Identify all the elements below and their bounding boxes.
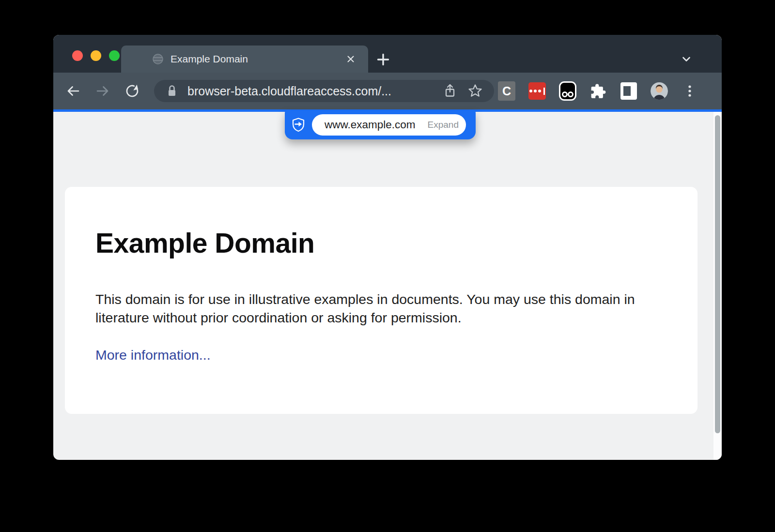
back-arrow-icon	[65, 83, 81, 99]
star-icon	[467, 83, 483, 99]
scrollbar-thumb[interactable]	[715, 115, 720, 433]
reload-icon	[124, 83, 140, 99]
minimize-window-button[interactable]	[91, 50, 101, 61]
lock-icon	[165, 83, 179, 99]
close-window-button[interactable]	[72, 50, 83, 61]
close-icon	[346, 54, 356, 64]
traffic-lights	[72, 50, 120, 61]
browser-toolbar: browser-beta.cloudflareaccess.com/... C	[53, 73, 722, 109]
share-icon	[442, 83, 458, 99]
forward-button[interactable]	[94, 83, 111, 99]
browser-menu-button[interactable]	[681, 81, 698, 101]
page-title: Example Domain	[95, 229, 667, 257]
forward-arrow-icon	[94, 83, 111, 99]
shield-arrow-icon	[285, 117, 312, 133]
lastpass-extension-button[interactable]	[528, 81, 546, 101]
tab-example-domain[interactable]: Example Domain	[121, 46, 368, 73]
two-circles-icon	[559, 81, 576, 101]
expand-link[interactable]: Expand	[428, 120, 459, 130]
omnibox-actions	[442, 83, 494, 99]
fullscreen-window-button[interactable]	[109, 50, 120, 61]
share-button[interactable]	[442, 83, 458, 99]
extensions-row: C	[498, 73, 698, 109]
reload-button[interactable]	[124, 83, 140, 99]
chevron-down-icon	[679, 52, 694, 66]
side-panel-icon	[620, 82, 637, 100]
page-paragraph: This domain is for use in illustrative e…	[95, 290, 660, 327]
tab-title: Example Domain	[170, 53, 346, 65]
back-button[interactable]	[65, 83, 81, 99]
plus-icon	[376, 52, 390, 67]
isolated-hostname: www.example.com	[325, 119, 416, 131]
address-bar[interactable]: browser-beta.cloudflareaccess.com/...	[154, 80, 494, 102]
bookmark-star-button[interactable]	[467, 83, 483, 99]
side-panel-button[interactable]	[620, 81, 637, 101]
c-badge-icon: C	[498, 81, 515, 101]
isolation-indicator: www.example.com Expand	[285, 110, 476, 139]
globe-favicon	[152, 53, 164, 65]
more-information-link[interactable]: More information...	[95, 347, 211, 363]
extensions-menu-button[interactable]	[589, 81, 607, 101]
browser-window: Example Domain	[53, 35, 722, 460]
vertical-scrollbar[interactable]	[713, 112, 722, 460]
new-tab-button[interactable]	[375, 51, 391, 68]
nav-buttons	[65, 73, 140, 109]
page-content-card: Example Domain This domain is for use in…	[65, 187, 698, 414]
tab-close-button[interactable]	[346, 54, 356, 64]
two-circles-extension-button[interactable]	[559, 81, 576, 101]
c-extension-button[interactable]: C	[498, 81, 515, 101]
url-text: browser-beta.cloudflareaccess.com/...	[187, 84, 391, 98]
tab-overflow-chevron-button[interactable]	[678, 51, 695, 67]
isolated-hostname-pill[interactable]: www.example.com Expand	[312, 114, 466, 136]
profile-avatar-button[interactable]	[651, 81, 668, 101]
lastpass-dots-icon	[528, 82, 546, 100]
kebab-menu-icon	[682, 83, 698, 99]
avatar	[651, 81, 668, 101]
tab-strip: Example Domain	[53, 35, 722, 73]
puzzle-icon	[589, 82, 607, 100]
